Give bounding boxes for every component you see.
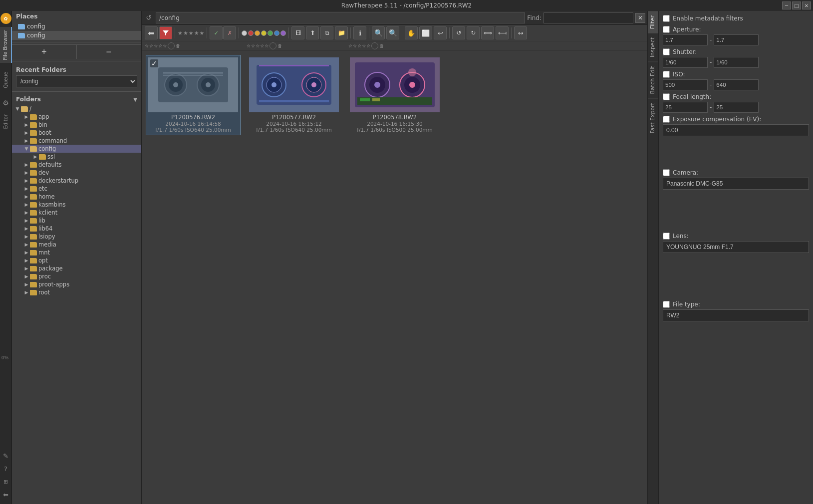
pencil-icon[interactable]: ✎: [0, 450, 11, 461]
color-orange[interactable]: [255, 30, 260, 36]
thumb3-trash[interactable]: 🗑: [379, 43, 384, 48]
tree-item-bin[interactable]: ▶ bin: [12, 121, 141, 129]
zoom-out-button[interactable]: 🔍: [372, 26, 385, 39]
tree-item-lib64[interactable]: ▶ lib64: [12, 225, 141, 233]
exposure-input[interactable]: [663, 124, 809, 136]
places-item-config1[interactable]: config: [12, 22, 141, 31]
rotate-ccw-button[interactable]: ↺: [452, 26, 465, 39]
tree-item-package[interactable]: ▶ package: [12, 264, 141, 272]
tree-item-ssl[interactable]: ▶ ssl: [12, 153, 141, 161]
places-item-config2[interactable]: config: [12, 31, 141, 40]
star-2[interactable]: ★: [183, 30, 188, 36]
tree-item-mnt[interactable]: ▶ mnt: [12, 249, 141, 256]
pan-tool-button[interactable]: ✋: [405, 26, 418, 39]
vtab-fast-export[interactable]: Fast Export: [648, 98, 658, 138]
color-yellow[interactable]: [261, 30, 267, 36]
iso-min-input[interactable]: [663, 79, 708, 90]
tree-item-command[interactable]: ▶ command: [12, 137, 141, 145]
tree-item-dev[interactable]: ▶ dev: [12, 169, 141, 177]
tree-item-boot[interactable]: ▶ boot: [12, 129, 141, 137]
tree-item-kclient[interactable]: ▶ kclient: [12, 209, 141, 217]
tree-item-lib[interactable]: ▶ lib: [12, 217, 141, 225]
tab-queue[interactable]: Queue: [0, 69, 12, 91]
thumb2-trash[interactable]: 🗑: [277, 43, 282, 48]
star-3[interactable]: ★: [189, 30, 194, 36]
star-4[interactable]: ★: [194, 30, 199, 36]
color-none[interactable]: [242, 30, 247, 36]
filetype-checkbox[interactable]: [663, 301, 670, 308]
thumb1-color-dot[interactable]: [168, 42, 175, 49]
camera-input[interactable]: [663, 178, 809, 190]
shutter-max-input[interactable]: [714, 57, 759, 68]
maximize-button[interactable]: □: [792, 1, 801, 9]
settings-icon[interactable]: ⚙: [0, 97, 11, 108]
focal-max-input[interactable]: [714, 102, 759, 113]
x-button[interactable]: ✗: [223, 26, 236, 39]
color-red[interactable]: [248, 30, 254, 36]
thumbnail-item-1[interactable]: ✓ P1200576.RW2 2024-10-16 16:14:58 f/1.7…: [146, 55, 241, 135]
crop-tool-button[interactable]: ⬜: [419, 26, 432, 39]
tab-file-browser[interactable]: File Browser: [0, 27, 12, 63]
tree-item-root-folder[interactable]: ▶ root: [12, 288, 141, 296]
flip-h-button[interactable]: ⟺: [481, 26, 494, 39]
find-input[interactable]: [543, 12, 633, 23]
remove-place-button[interactable]: −: [77, 45, 142, 59]
add-place-button[interactable]: +: [12, 45, 77, 59]
export-button[interactable]: ⬆: [306, 26, 319, 39]
thumb2-color-dot[interactable]: [270, 42, 276, 49]
star-1[interactable]: ★: [178, 30, 183, 36]
vtab-batch-edit[interactable]: Batch Edit: [648, 61, 658, 98]
enable-metadata-checkbox[interactable]: [663, 15, 670, 22]
tree-item-proot-apps[interactable]: ▶ proot-apps: [12, 280, 141, 288]
star-5[interactable]: ★: [200, 30, 205, 36]
copy-button[interactable]: ⧉: [320, 26, 333, 39]
arrow-icon[interactable]: ⬅: [0, 489, 11, 500]
aperture-checkbox[interactable]: [663, 26, 670, 33]
color-green[interactable]: [268, 30, 273, 36]
recent-folders-select[interactable]: /config: [16, 75, 137, 87]
minimize-button[interactable]: ─: [782, 1, 791, 9]
lens-checkbox[interactable]: [663, 233, 670, 240]
tree-item-media[interactable]: ▶ media: [12, 241, 141, 249]
thumbnail-item-2[interactable]: P1200577.RW2 2024-10-16 16:15:12 f/1.7 1…: [247, 55, 341, 135]
folders-toggle[interactable]: ▼: [133, 97, 137, 102]
vtab-inspect[interactable]: Inspect: [648, 33, 658, 61]
grid-icon[interactable]: ⊞: [0, 476, 11, 487]
tree-item-home[interactable]: ▶ home: [12, 193, 141, 201]
filetype-input[interactable]: [663, 309, 809, 321]
film-button[interactable]: 🎞: [291, 26, 304, 39]
color-blue[interactable]: [274, 30, 279, 36]
tab-editor[interactable]: Editor: [0, 111, 12, 132]
thumbnail-item-3[interactable]: P1200578.RW2 2024-10-16 16:15:30 f/1.7 1…: [347, 55, 442, 135]
tree-item-defaults[interactable]: ▶ defaults: [12, 161, 141, 169]
zoom-in-button[interactable]: 🔍: [386, 26, 399, 39]
focal-min-input[interactable]: [663, 102, 708, 113]
vtab-filter[interactable]: Filter: [648, 11, 658, 33]
tree-item-root[interactable]: ▼ /: [12, 105, 141, 113]
rotate-cw-button[interactable]: ↻: [467, 26, 480, 39]
shutter-checkbox[interactable]: [663, 48, 670, 55]
navigate-button[interactable]: ↔: [514, 26, 527, 39]
tree-item-lsiopy[interactable]: ▶ lsiopy: [12, 233, 141, 241]
rotate-tool-button[interactable]: ↩: [434, 26, 447, 39]
tree-item-opt[interactable]: ▶ opt: [12, 256, 141, 264]
filter-button[interactable]: [159, 26, 172, 39]
camera-checkbox[interactable]: [663, 169, 670, 176]
exposure-checkbox[interactable]: [663, 116, 670, 123]
nav-back-button[interactable]: ⬅: [145, 26, 158, 39]
refresh-icon[interactable]: ↺: [144, 13, 154, 23]
info-button[interactable]: ℹ: [353, 26, 366, 39]
check-button[interactable]: ✓: [210, 26, 223, 39]
thumb1-trash[interactable]: 🗑: [176, 43, 180, 48]
tree-item-kasmbins[interactable]: ▶ kasmbins: [12, 201, 141, 209]
lens-input[interactable]: [663, 241, 809, 253]
aperture-max-input[interactable]: [714, 34, 759, 45]
thumb3-color-dot[interactable]: [371, 42, 378, 49]
folder-button[interactable]: 📁: [335, 26, 348, 39]
shutter-min-input[interactable]: [663, 57, 708, 68]
aperture-min-input[interactable]: [663, 34, 708, 45]
iso-checkbox[interactable]: [663, 71, 670, 78]
flip-v-button[interactable]: ⟻: [496, 26, 509, 39]
tree-item-proc[interactable]: ▶ proc: [12, 272, 141, 280]
focal-checkbox[interactable]: [663, 93, 670, 100]
